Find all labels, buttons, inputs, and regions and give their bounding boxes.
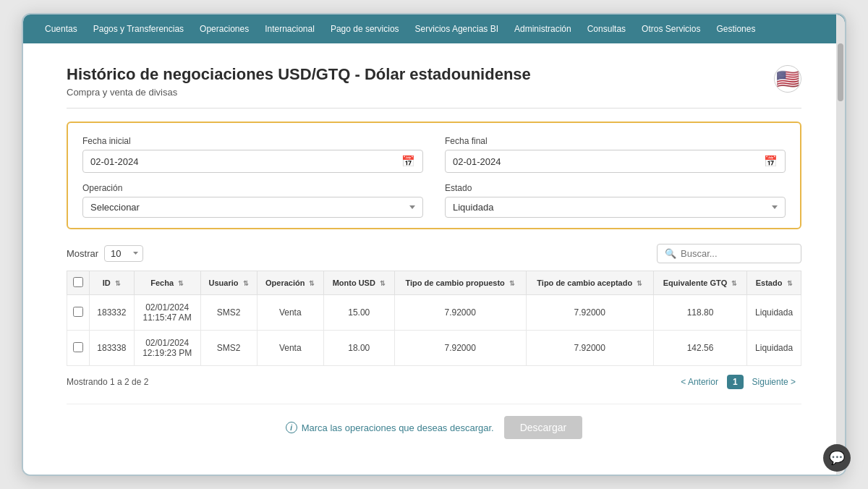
top-navigation: Cuentas Pagos y Transferencias Operacion… [23, 14, 845, 43]
nav-servicios-agencias[interactable]: Servicios Agencias BI [408, 14, 506, 43]
row1-tca: 7.92000 [526, 295, 653, 331]
sort-icon-usuario: ⇅ [243, 280, 249, 287]
search-input[interactable] [681, 248, 802, 259]
estado-label: Estado [445, 183, 786, 193]
data-table: ID ⇅ Fecha ⇅ Usuario ⇅ Operación ⇅ [67, 271, 801, 366]
table-controls: Mostrar 10 25 50 100 🔍 [67, 244, 801, 263]
table-body: 183332 02/01/2024 11:15:47 AM SMS2 Venta… [67, 295, 801, 366]
show-entries: Mostrar 10 25 50 100 [67, 245, 143, 262]
row2-checkbox-cell [67, 331, 90, 366]
filter-operacion: Operación Seleccionar [82, 183, 423, 218]
table-row: 183338 02/01/2024 12:19:23 PM SMS2 Venta… [67, 331, 801, 366]
estado-select[interactable]: Liquidada Pendiente Cancelada [445, 197, 786, 218]
row2-monto-usd: 18.00 [323, 331, 394, 366]
fecha-final-input-wrap[interactable]: 📅 [445, 150, 786, 173]
row2-fecha: 02/01/2024 12:19:23 PM [134, 331, 200, 366]
nav-cuentas[interactable]: Cuentas [38, 14, 85, 43]
fecha-final-input[interactable] [453, 156, 764, 167]
col-equivalente-gtq: Equivalente GTQ ⇅ [653, 271, 746, 295]
fecha-inicial-label: Fecha inicial [82, 136, 423, 146]
filter-estado: Estado Liquidada Pendiente Cancelada [445, 183, 786, 218]
pagination: < Anterior 1 Siguiente > [675, 375, 801, 389]
nav-internacional[interactable]: Internacional [258, 14, 322, 43]
prev-page-button[interactable]: < Anterior [675, 375, 724, 389]
col-estado: Estado ⇅ [747, 271, 801, 295]
select-all-checkbox[interactable] [73, 277, 83, 287]
filter-row-dates: Fecha inicial 📅 Fecha final 📅 [82, 136, 786, 173]
nav-gestiones[interactable]: Gestiones [709, 14, 762, 43]
col-fecha: Fecha ⇅ [134, 271, 200, 295]
sort-icon-monto: ⇅ [380, 280, 386, 287]
scroll-thumb[interactable] [838, 43, 843, 101]
operacion-label: Operación [82, 183, 423, 193]
sort-icon-operacion: ⇅ [309, 280, 315, 287]
table-row: 183332 02/01/2024 11:15:47 AM SMS2 Venta… [67, 295, 801, 331]
filter-fecha-final: Fecha final 📅 [445, 136, 786, 173]
col-operacion: Operación ⇅ [257, 271, 323, 295]
main-content: Histórico de negociaciones USD/GTQ - Dól… [23, 43, 845, 475]
row2-tca: 7.92000 [526, 331, 653, 366]
sort-icon-tca: ⇅ [637, 280, 642, 287]
nav-administracion[interactable]: Administración [507, 14, 579, 43]
col-id: ID ⇅ [90, 271, 135, 295]
row2-tcp: 7.92000 [394, 331, 526, 366]
operacion-select[interactable]: Seleccionar [82, 197, 423, 218]
showing-text: Mostrando 1 a 2 de 2 [67, 377, 148, 387]
row1-id: 183332 [90, 295, 135, 331]
filter-row-selects: Operación Seleccionar Estado Liquidada P… [82, 183, 786, 218]
current-page-number: 1 [727, 375, 744, 389]
scrollbar[interactable] [836, 14, 845, 475]
flag-icon: 🇺🇸 [774, 65, 801, 93]
search-wrap: 🔍 [657, 244, 801, 263]
page-title: Histórico de negociaciones USD/GTQ - Dól… [67, 65, 531, 84]
page-header: Histórico de negociaciones USD/GTQ - Dól… [67, 65, 801, 109]
sort-icon-tcp: ⇅ [509, 280, 515, 287]
row1-monto-usd: 15.00 [323, 295, 394, 331]
calendar-icon-inicial[interactable]: 📅 [401, 155, 415, 168]
table-footer: Mostrando 1 a 2 de 2 < Anterior 1 Siguie… [67, 375, 801, 389]
fecha-final-label: Fecha final [445, 136, 786, 146]
calendar-icon-final[interactable]: 📅 [764, 155, 778, 168]
sort-icon-estado: ⇅ [787, 280, 793, 287]
info-text: i Marca las operaciones que deseas desca… [286, 422, 494, 433]
row2-estado: Liquidada [747, 331, 801, 366]
search-icon: 🔍 [665, 248, 676, 259]
fecha-inicial-input-wrap[interactable]: 📅 [82, 150, 423, 173]
row1-tcp: 7.92000 [394, 295, 526, 331]
nav-pago-servicios[interactable]: Pago de servicios [323, 14, 407, 43]
col-tipo-cambio-aceptado: Tipo de cambio aceptado ⇅ [526, 271, 653, 295]
col-usuario: Usuario ⇅ [200, 271, 257, 295]
table-header: ID ⇅ Fecha ⇅ Usuario ⇅ Operación ⇅ [67, 271, 801, 295]
row2-operacion: Venta [257, 331, 323, 366]
download-button[interactable]: Descargar [504, 416, 583, 439]
mostrar-label: Mostrar [67, 248, 98, 259]
row2-id: 183338 [90, 331, 135, 366]
chat-bubble-icon: 💬 [829, 450, 845, 466]
entries-per-page-select[interactable]: 10 25 50 100 [104, 245, 143, 262]
row1-checkbox-cell [67, 295, 90, 331]
row2-checkbox[interactable] [73, 342, 83, 352]
nav-pagos[interactable]: Pagos y Transferencias [86, 14, 191, 43]
fecha-inicial-input[interactable] [90, 156, 401, 167]
info-message: Marca las operaciones que deseas descarg… [302, 422, 494, 433]
info-icon: i [286, 422, 297, 433]
sort-icon-fecha: ⇅ [178, 280, 184, 287]
nav-operaciones[interactable]: Operaciones [192, 14, 256, 43]
row1-estado: Liquidada [747, 295, 801, 331]
row1-checkbox[interactable] [73, 307, 83, 317]
col-monto-usd: Monto USD ⇅ [323, 271, 394, 295]
header-row: ID ⇅ Fecha ⇅ Usuario ⇅ Operación ⇅ [67, 271, 801, 295]
sort-icon-id: ⇅ [115, 280, 121, 287]
filter-section: Fecha inicial 📅 Fecha final 📅 Oper [67, 122, 801, 229]
page-subtitle: Compra y venta de divisas [67, 87, 531, 98]
col-tipo-cambio-propuesto: Tipo de cambio propuesto ⇅ [394, 271, 526, 295]
nav-otros-servicios[interactable]: Otros Servicios [634, 14, 707, 43]
next-page-button[interactable]: Siguiente > [746, 375, 801, 389]
sort-icon-gtq: ⇅ [731, 280, 737, 287]
nav-consultas[interactable]: Consultas [580, 14, 633, 43]
chat-bubble[interactable]: 💬 [823, 444, 851, 472]
row1-operacion: Venta [257, 295, 323, 331]
header-checkbox [67, 271, 90, 295]
row1-fecha: 02/01/2024 11:15:47 AM [134, 295, 200, 331]
row2-usuario: SMS2 [200, 331, 257, 366]
